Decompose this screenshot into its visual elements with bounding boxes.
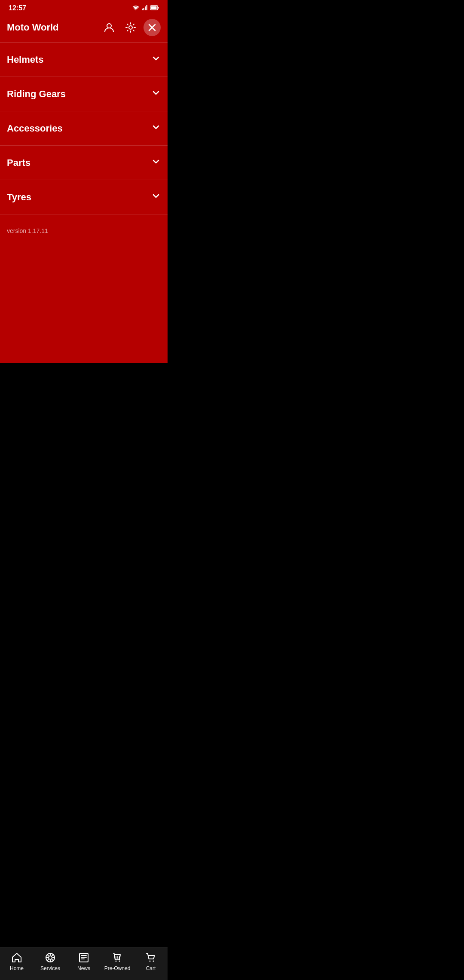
- menu-item-parts[interactable]: Parts: [0, 146, 168, 180]
- close-button[interactable]: [143, 19, 161, 36]
- settings-button[interactable]: [122, 19, 139, 36]
- menu-list: Helmets Riding Gears Accessories: [0, 43, 168, 214]
- chevron-tyres-icon: [151, 191, 161, 203]
- chevron-accessories-icon: [151, 122, 161, 134]
- profile-button[interactable]: [101, 19, 118, 36]
- app-title: Moto World: [7, 22, 101, 33]
- chevron-helmets-icon: [151, 54, 161, 65]
- wifi-icon: [132, 5, 139, 12]
- svg-rect-3: [145, 6, 146, 10]
- svg-rect-2: [143, 8, 145, 10]
- menu-item-helmets-label: Helmets: [7, 54, 44, 65]
- header-actions: [101, 19, 161, 36]
- menu-item-tyres[interactable]: Tyres: [0, 180, 168, 214]
- svg-rect-1: [142, 9, 143, 10]
- menu-item-tyres-label: Tyres: [7, 192, 31, 203]
- svg-rect-4: [147, 5, 148, 10]
- chevron-riding-gears-icon: [151, 88, 161, 100]
- battery-icon: [150, 5, 159, 12]
- svg-point-8: [107, 24, 111, 28]
- status-icons: [132, 5, 159, 12]
- version-text: version 1.17.11: [0, 214, 168, 247]
- svg-point-0: [135, 9, 136, 10]
- status-time: 12:57: [9, 4, 26, 12]
- menu-item-parts-label: Parts: [7, 157, 31, 168]
- menu-item-helmets[interactable]: Helmets: [0, 43, 168, 77]
- app-header: Moto World: [0, 15, 168, 43]
- svg-rect-6: [158, 7, 159, 9]
- menu-item-riding-gears-label: Riding Gears: [7, 89, 66, 100]
- status-bar: 12:57: [0, 0, 168, 15]
- svg-rect-7: [151, 6, 157, 9]
- signal-icon: [142, 5, 148, 12]
- menu-item-riding-gears[interactable]: Riding Gears: [0, 77, 168, 111]
- chevron-parts-icon: [151, 157, 161, 168]
- menu-item-accessories-label: Accessories: [7, 123, 63, 134]
- svg-point-9: [129, 26, 132, 29]
- menu-item-accessories[interactable]: Accessories: [0, 111, 168, 146]
